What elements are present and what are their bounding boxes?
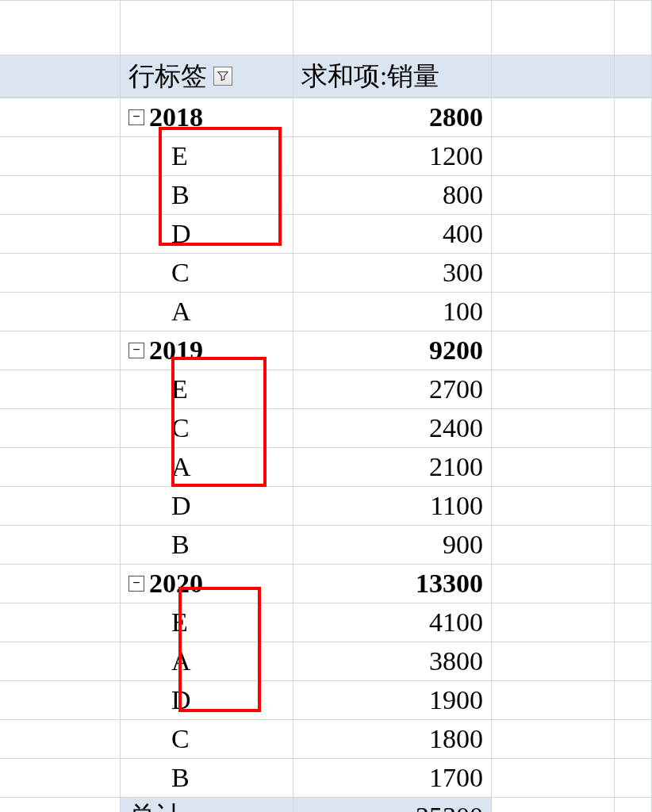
cell[interactable] bbox=[615, 176, 652, 214]
cell[interactable] bbox=[0, 176, 121, 214]
item-label-cell[interactable]: C bbox=[121, 254, 293, 292]
group-sum-cell[interactable]: 2800 bbox=[293, 98, 492, 136]
group-year-cell[interactable]: −2018 bbox=[121, 98, 293, 136]
cell[interactable] bbox=[615, 642, 652, 680]
filter-icon[interactable] bbox=[213, 67, 232, 86]
cell[interactable] bbox=[0, 331, 121, 370]
cell[interactable] bbox=[0, 56, 121, 97]
group-sum-cell[interactable]: 9200 bbox=[293, 331, 492, 370]
cell[interactable] bbox=[492, 681, 615, 719]
cell[interactable] bbox=[615, 331, 652, 370]
group-year-cell[interactable]: −2020 bbox=[121, 565, 293, 603]
cell[interactable] bbox=[615, 759, 652, 797]
cell[interactable] bbox=[492, 448, 615, 486]
item-value-cell[interactable]: 400 bbox=[293, 215, 492, 253]
cell[interactable] bbox=[615, 98, 652, 136]
cell[interactable] bbox=[492, 565, 615, 603]
cell[interactable] bbox=[0, 642, 121, 680]
cell[interactable] bbox=[0, 759, 121, 797]
cell[interactable] bbox=[492, 215, 615, 253]
cell[interactable] bbox=[492, 642, 615, 680]
cell[interactable] bbox=[0, 1, 121, 55]
item-value-cell[interactable]: 1100 bbox=[293, 487, 492, 525]
cell[interactable] bbox=[492, 1, 615, 55]
cell[interactable] bbox=[615, 370, 652, 408]
cell[interactable] bbox=[492, 526, 615, 564]
cell[interactable] bbox=[0, 565, 121, 603]
item-label-cell[interactable]: E bbox=[121, 370, 293, 408]
item-label-cell[interactable]: C bbox=[121, 409, 293, 447]
item-value-cell[interactable]: 100 bbox=[293, 293, 492, 331]
cell[interactable] bbox=[0, 254, 121, 292]
cell[interactable] bbox=[0, 409, 121, 447]
group-year-cell[interactable]: −2019 bbox=[121, 331, 293, 370]
cell[interactable] bbox=[615, 603, 652, 642]
row-labels-header[interactable]: 行标签 bbox=[121, 56, 293, 97]
cell[interactable] bbox=[492, 293, 615, 331]
group-sum-cell[interactable]: 13300 bbox=[293, 565, 492, 603]
cell[interactable] bbox=[615, 254, 652, 292]
cell[interactable] bbox=[615, 565, 652, 603]
item-label-cell[interactable]: A bbox=[121, 448, 293, 486]
cell[interactable] bbox=[0, 681, 121, 719]
grand-total-label[interactable]: 总计 bbox=[121, 798, 293, 812]
item-label-cell[interactable]: D bbox=[121, 487, 293, 525]
item-label-cell[interactable]: E bbox=[121, 137, 293, 175]
cell[interactable] bbox=[492, 759, 615, 797]
cell[interactable] bbox=[615, 487, 652, 525]
cell[interactable] bbox=[615, 409, 652, 447]
cell[interactable] bbox=[615, 448, 652, 486]
item-value-cell[interactable]: 2100 bbox=[293, 448, 492, 486]
item-label-cell[interactable]: E bbox=[121, 603, 293, 642]
cell[interactable] bbox=[615, 215, 652, 253]
cell[interactable] bbox=[615, 526, 652, 564]
item-value-cell[interactable]: 3800 bbox=[293, 642, 492, 680]
item-value-cell[interactable]: 1800 bbox=[293, 720, 492, 758]
collapse-icon[interactable]: − bbox=[128, 343, 144, 358]
cell[interactable] bbox=[615, 798, 652, 812]
cell[interactable] bbox=[0, 370, 121, 408]
cell[interactable] bbox=[492, 603, 615, 642]
cell[interactable] bbox=[0, 603, 121, 642]
cell[interactable] bbox=[0, 720, 121, 758]
item-label-cell[interactable]: C bbox=[121, 720, 293, 758]
cell[interactable] bbox=[615, 1, 652, 55]
cell[interactable] bbox=[0, 137, 121, 175]
cell[interactable] bbox=[492, 137, 615, 175]
item-label-cell[interactable]: B bbox=[121, 759, 293, 797]
item-label-cell[interactable]: B bbox=[121, 526, 293, 564]
cell[interactable] bbox=[0, 293, 121, 331]
item-value-cell[interactable]: 800 bbox=[293, 176, 492, 214]
item-value-cell[interactable]: 1200 bbox=[293, 137, 492, 175]
cell[interactable] bbox=[492, 409, 615, 447]
cell[interactable] bbox=[615, 681, 652, 719]
cell[interactable] bbox=[0, 487, 121, 525]
cell[interactable] bbox=[121, 1, 293, 55]
item-value-cell[interactable]: 1900 bbox=[293, 681, 492, 719]
item-value-cell[interactable]: 1700 bbox=[293, 759, 492, 797]
collapse-icon[interactable]: − bbox=[128, 576, 144, 592]
cell[interactable] bbox=[0, 448, 121, 486]
cell[interactable] bbox=[615, 293, 652, 331]
cell[interactable] bbox=[492, 487, 615, 525]
cell[interactable] bbox=[492, 331, 615, 370]
cell[interactable] bbox=[492, 798, 615, 812]
cell[interactable] bbox=[0, 215, 121, 253]
cell[interactable] bbox=[492, 56, 615, 97]
cell[interactable] bbox=[492, 176, 615, 214]
cell[interactable] bbox=[492, 370, 615, 408]
cell[interactable] bbox=[293, 1, 492, 55]
item-label-cell[interactable]: D bbox=[121, 215, 293, 253]
cell[interactable] bbox=[615, 56, 652, 97]
cell[interactable] bbox=[0, 98, 121, 136]
item-value-cell[interactable]: 4100 bbox=[293, 603, 492, 642]
item-value-cell[interactable]: 2700 bbox=[293, 370, 492, 408]
cell[interactable] bbox=[492, 254, 615, 292]
cell[interactable] bbox=[615, 137, 652, 175]
cell[interactable] bbox=[0, 526, 121, 564]
cell[interactable] bbox=[492, 98, 615, 136]
item-label-cell[interactable]: B bbox=[121, 176, 293, 214]
cell[interactable] bbox=[492, 720, 615, 758]
item-label-cell[interactable]: A bbox=[121, 293, 293, 331]
item-label-cell[interactable]: A bbox=[121, 642, 293, 680]
